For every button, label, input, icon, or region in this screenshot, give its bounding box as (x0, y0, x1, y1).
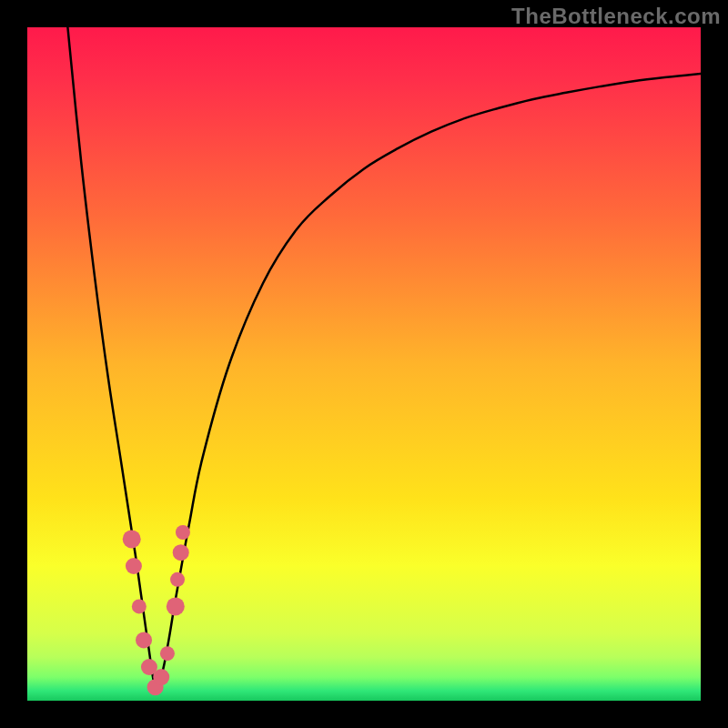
sample-dot (136, 632, 152, 648)
sample-dot (132, 599, 147, 613)
sample-dot (173, 544, 189, 561)
watermark-text: TheBottleneck.com (511, 4, 721, 29)
sample-dot (167, 597, 185, 615)
sample-dot (176, 525, 190, 540)
sample-dot (123, 530, 141, 548)
gradient-background (27, 27, 701, 701)
sample-dot (126, 558, 142, 574)
sample-dot (160, 646, 175, 661)
plot-area (27, 27, 701, 701)
chart-frame: TheBottleneck.com (0, 0, 728, 728)
chart-svg (27, 27, 701, 701)
sample-dot (170, 572, 185, 587)
sample-dot (153, 669, 169, 685)
